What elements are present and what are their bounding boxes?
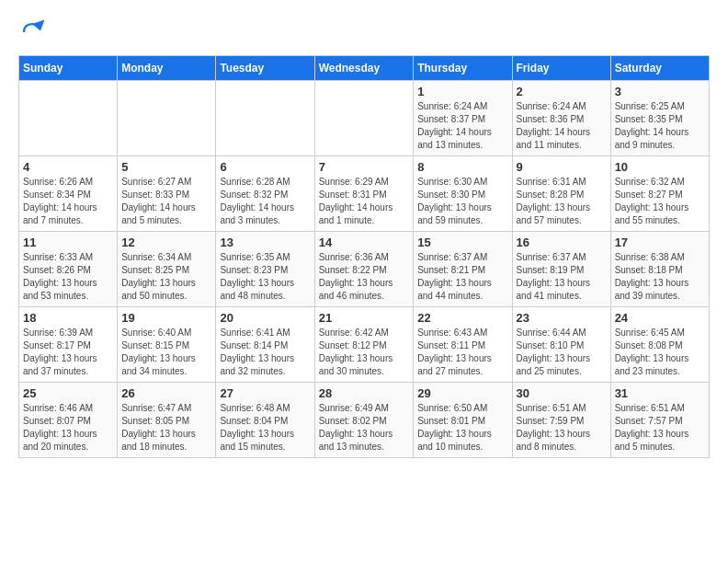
day-info: Sunrise: 6:24 AMSunset: 8:37 PMDaylight:… xyxy=(417,100,507,152)
day-header-tuesday: Tuesday xyxy=(216,56,314,81)
day-number: 10 xyxy=(615,160,705,174)
day-header-monday: Monday xyxy=(118,56,216,81)
day-info: Sunrise: 6:45 AMSunset: 8:08 PMDaylight:… xyxy=(615,327,705,378)
day-number: 5 xyxy=(121,160,211,174)
day-info: Sunrise: 6:38 AMSunset: 8:18 PMDaylight:… xyxy=(615,251,705,303)
calendar-table: SundayMondayTuesdayWednesdayThursdayFrid… xyxy=(18,55,710,458)
day-info: Sunrise: 6:50 AMSunset: 8:01 PMDaylight:… xyxy=(417,402,507,454)
day-number: 18 xyxy=(23,311,113,325)
day-info: Sunrise: 6:29 AMSunset: 8:31 PMDaylight:… xyxy=(319,176,410,227)
day-info: Sunrise: 6:43 AMSunset: 8:11 PMDaylight:… xyxy=(417,327,507,378)
day-number: 15 xyxy=(417,236,507,249)
day-number: 7 xyxy=(319,160,410,174)
day-info: Sunrise: 6:34 AMSunset: 8:25 PMDaylight:… xyxy=(121,251,211,303)
calendar-cell: 28 Sunrise: 6:49 AMSunset: 8:02 PMDaylig… xyxy=(314,383,414,458)
calendar-week-3: 11 Sunrise: 6:33 AMSunset: 8:26 PMDaylig… xyxy=(19,232,710,307)
day-number: 23 xyxy=(517,311,607,325)
calendar-cell: 4 Sunrise: 6:26 AMSunset: 8:34 PMDayligh… xyxy=(19,156,118,232)
page-header xyxy=(18,18,710,46)
day-number: 6 xyxy=(220,160,310,174)
day-info: Sunrise: 6:28 AMSunset: 8:32 PMDaylight:… xyxy=(220,176,310,227)
calendar-cell: 12 Sunrise: 6:34 AMSunset: 8:25 PMDaylig… xyxy=(118,232,216,307)
day-info: Sunrise: 6:31 AMSunset: 8:28 PMDaylight:… xyxy=(517,176,607,227)
calendar-cell: 7 Sunrise: 6:29 AMSunset: 8:31 PMDayligh… xyxy=(314,156,414,232)
logo xyxy=(18,18,50,46)
day-info: Sunrise: 6:30 AMSunset: 8:30 PMDaylight:… xyxy=(417,176,507,227)
calendar-week-4: 18 Sunrise: 6:39 AMSunset: 8:17 PMDaylig… xyxy=(19,307,710,383)
day-header-thursday: Thursday xyxy=(414,56,512,81)
day-number: 11 xyxy=(23,236,113,249)
logo-icon xyxy=(18,18,46,46)
day-number: 29 xyxy=(417,386,507,400)
day-info: Sunrise: 6:39 AMSunset: 8:17 PMDaylight:… xyxy=(23,327,113,378)
calendar-cell: 19 Sunrise: 6:40 AMSunset: 8:15 PMDaylig… xyxy=(118,307,216,383)
day-number: 25 xyxy=(23,386,113,400)
calendar-cell: 6 Sunrise: 6:28 AMSunset: 8:32 PMDayligh… xyxy=(216,156,314,232)
calendar-cell: 22 Sunrise: 6:43 AMSunset: 8:11 PMDaylig… xyxy=(414,307,512,383)
calendar-cell: 21 Sunrise: 6:42 AMSunset: 8:12 PMDaylig… xyxy=(314,307,414,383)
calendar-cell xyxy=(118,81,216,156)
calendar-cell: 18 Sunrise: 6:39 AMSunset: 8:17 PMDaylig… xyxy=(19,307,118,383)
day-info: Sunrise: 6:26 AMSunset: 8:34 PMDaylight:… xyxy=(23,176,113,227)
day-number: 9 xyxy=(517,160,607,174)
calendar-cell: 20 Sunrise: 6:41 AMSunset: 8:14 PMDaylig… xyxy=(216,307,314,383)
day-header-saturday: Saturday xyxy=(610,56,709,81)
calendar-cell: 15 Sunrise: 6:37 AMSunset: 8:21 PMDaylig… xyxy=(414,232,512,307)
day-info: Sunrise: 6:48 AMSunset: 8:04 PMDaylight:… xyxy=(220,402,310,454)
days-header-row: SundayMondayTuesdayWednesdayThursdayFrid… xyxy=(19,56,710,81)
day-number: 31 xyxy=(615,386,705,400)
calendar-cell: 13 Sunrise: 6:35 AMSunset: 8:23 PMDaylig… xyxy=(216,232,314,307)
day-number: 26 xyxy=(121,386,211,400)
day-number: 16 xyxy=(517,236,607,249)
day-number: 17 xyxy=(615,236,705,249)
day-number: 3 xyxy=(615,85,705,98)
day-number: 2 xyxy=(517,85,607,98)
day-info: Sunrise: 6:51 AMSunset: 7:59 PMDaylight:… xyxy=(517,402,607,454)
calendar-cell: 2 Sunrise: 6:24 AMSunset: 8:36 PMDayligh… xyxy=(512,81,610,156)
day-number: 28 xyxy=(319,386,410,400)
day-number: 12 xyxy=(121,236,211,249)
calendar-cell: 23 Sunrise: 6:44 AMSunset: 8:10 PMDaylig… xyxy=(512,307,610,383)
day-info: Sunrise: 6:42 AMSunset: 8:12 PMDaylight:… xyxy=(319,327,410,378)
day-info: Sunrise: 6:44 AMSunset: 8:10 PMDaylight:… xyxy=(517,327,607,378)
calendar-cell: 10 Sunrise: 6:32 AMSunset: 8:27 PMDaylig… xyxy=(610,156,709,232)
calendar-cell xyxy=(216,81,314,156)
day-info: Sunrise: 6:40 AMSunset: 8:15 PMDaylight:… xyxy=(121,327,211,378)
day-info: Sunrise: 6:47 AMSunset: 8:05 PMDaylight:… xyxy=(121,402,211,454)
day-info: Sunrise: 6:24 AMSunset: 8:36 PMDaylight:… xyxy=(517,100,607,152)
calendar-cell: 16 Sunrise: 6:37 AMSunset: 8:19 PMDaylig… xyxy=(512,232,610,307)
day-number: 14 xyxy=(319,236,410,249)
day-number: 24 xyxy=(615,311,705,325)
day-info: Sunrise: 6:37 AMSunset: 8:19 PMDaylight:… xyxy=(517,251,607,303)
calendar-cell: 25 Sunrise: 6:46 AMSunset: 8:07 PMDaylig… xyxy=(19,383,118,458)
day-info: Sunrise: 6:51 AMSunset: 7:57 PMDaylight:… xyxy=(615,402,705,454)
day-info: Sunrise: 6:35 AMSunset: 8:23 PMDaylight:… xyxy=(220,251,310,303)
calendar-cell: 9 Sunrise: 6:31 AMSunset: 8:28 PMDayligh… xyxy=(512,156,610,232)
day-info: Sunrise: 6:33 AMSunset: 8:26 PMDaylight:… xyxy=(23,251,113,303)
day-info: Sunrise: 6:27 AMSunset: 8:33 PMDaylight:… xyxy=(121,176,211,227)
day-info: Sunrise: 6:46 AMSunset: 8:07 PMDaylight:… xyxy=(23,402,113,454)
calendar-week-5: 25 Sunrise: 6:46 AMSunset: 8:07 PMDaylig… xyxy=(19,383,710,458)
day-header-wednesday: Wednesday xyxy=(314,56,414,81)
day-info: Sunrise: 6:37 AMSunset: 8:21 PMDaylight:… xyxy=(417,251,507,303)
day-number: 4 xyxy=(23,160,113,174)
calendar-cell: 30 Sunrise: 6:51 AMSunset: 7:59 PMDaylig… xyxy=(512,383,610,458)
calendar-cell xyxy=(19,81,118,156)
calendar-cell: 11 Sunrise: 6:33 AMSunset: 8:26 PMDaylig… xyxy=(19,232,118,307)
day-info: Sunrise: 6:41 AMSunset: 8:14 PMDaylight:… xyxy=(220,327,310,378)
day-number: 19 xyxy=(121,311,211,325)
day-number: 20 xyxy=(220,311,310,325)
calendar-week-1: 1 Sunrise: 6:24 AMSunset: 8:37 PMDayligh… xyxy=(19,81,710,156)
day-number: 8 xyxy=(417,160,507,174)
day-number: 22 xyxy=(417,311,507,325)
calendar-cell: 14 Sunrise: 6:36 AMSunset: 8:22 PMDaylig… xyxy=(314,232,414,307)
calendar-cell: 5 Sunrise: 6:27 AMSunset: 8:33 PMDayligh… xyxy=(118,156,216,232)
day-header-sunday: Sunday xyxy=(19,56,118,81)
day-info: Sunrise: 6:36 AMSunset: 8:22 PMDaylight:… xyxy=(319,251,410,303)
calendar-cell: 27 Sunrise: 6:48 AMSunset: 8:04 PMDaylig… xyxy=(216,383,314,458)
calendar-cell: 29 Sunrise: 6:50 AMSunset: 8:01 PMDaylig… xyxy=(414,383,512,458)
calendar-cell xyxy=(314,81,414,156)
day-header-friday: Friday xyxy=(512,56,610,81)
day-number: 27 xyxy=(220,386,310,400)
day-info: Sunrise: 6:25 AMSunset: 8:35 PMDaylight:… xyxy=(615,100,705,152)
